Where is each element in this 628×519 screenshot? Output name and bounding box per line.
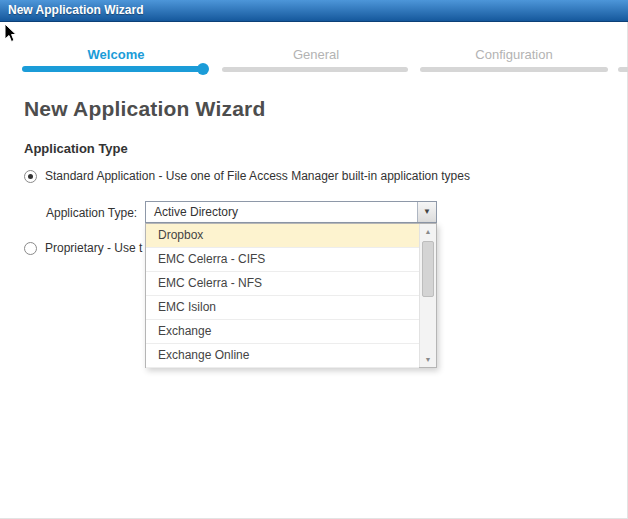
option-emc-celerra-cifs[interactable]: EMC Celerra - CIFS <box>146 248 419 272</box>
application-type-label: Application Type: <box>46 206 137 220</box>
application-type-section-title: Application Type <box>24 141 128 156</box>
dropdown-scrollbar[interactable]: ▲ ▼ <box>419 224 436 367</box>
mouse-cursor-icon <box>4 24 18 44</box>
standard-application-radio-label: Standard Application - Use one of File A… <box>45 169 470 183</box>
option-exchange-online[interactable]: Exchange Online <box>146 344 419 368</box>
proprietary-radio-row[interactable]: Proprietary - Use t <box>24 241 142 255</box>
proprietary-radio-label: Proprietary - Use t <box>45 241 142 255</box>
proprietary-radio[interactable] <box>24 242 37 255</box>
step-progress-next-partial <box>618 67 628 72</box>
standard-application-radio-row[interactable]: Standard Application - Use one of File A… <box>24 169 470 183</box>
step-tab-welcome[interactable]: Welcome <box>22 47 210 62</box>
dropdown-arrow-button[interactable]: ▼ <box>417 202 436 222</box>
step-progress-welcome <box>22 66 208 72</box>
option-emc-isilon[interactable]: EMC Isilon <box>146 296 419 320</box>
step-progress-dot <box>197 63 209 75</box>
wizard-window: New Application Wizard Welcome General C… <box>0 0 628 519</box>
dropdown-selected-value: Active Directory <box>154 202 238 222</box>
scroll-down-icon[interactable]: ▼ <box>420 352 436 367</box>
scrollbar-thumb[interactable] <box>422 241 434 297</box>
application-type-options-list: Dropbox EMC Celerra - CIFS EMC Celerra -… <box>145 223 437 368</box>
option-exchange[interactable]: Exchange <box>146 320 419 344</box>
option-dropbox[interactable]: Dropbox <box>146 224 419 248</box>
option-emc-celerra-nfs[interactable]: EMC Celerra - NFS <box>146 272 419 296</box>
chevron-down-icon: ▼ <box>423 207 431 216</box>
application-type-dropdown[interactable]: Active Directory ▼ <box>145 201 437 223</box>
step-tab-general[interactable]: General <box>222 47 410 62</box>
scroll-up-icon[interactable]: ▲ <box>420 224 436 239</box>
step-progress-configuration <box>420 67 608 72</box>
window-titlebar[interactable]: New Application Wizard <box>0 0 628 22</box>
window-title: New Application Wizard <box>0 0 628 21</box>
step-tab-configuration[interactable]: Configuration <box>420 47 608 62</box>
page-title: New Application Wizard <box>24 97 265 121</box>
step-progress-general <box>222 67 408 72</box>
standard-application-radio[interactable] <box>24 170 37 183</box>
